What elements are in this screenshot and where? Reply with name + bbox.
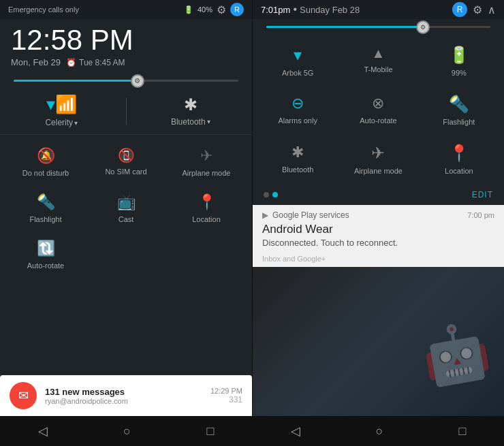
brightness-track-right[interactable]: ⚙ [266,26,490,28]
edit-row: EDIT [253,186,504,205]
android-robot-graphic: 🤖 [418,317,496,392]
brightness-track-left[interactable]: ⚙ [14,80,238,82]
notification-title: 131 new messages [45,387,202,397]
recents-button-right[interactable]: □ [459,424,467,439]
bluetooth-chevron: ▾ [207,118,210,125]
status-icons-left: 🔋 40% ⚙ R [184,3,244,16]
wifi-icon: ▾📶 [46,94,77,115]
brightness-thumb-right[interactable]: ⚙ [416,20,430,34]
expand-icon-right[interactable]: ∧ [488,3,496,16]
back-button-right[interactable]: ◁ [291,424,300,439]
time-display: 12:58 PM [11,26,241,54]
tile-no-sim[interactable]: 📵 No SIM card [87,140,165,184]
bluetooth-label: Bluetooth [171,117,206,127]
battery-icon-right: 🔋 [449,46,469,65]
date-text: Mon, Feb 29 [11,57,61,67]
brightness-fill-left [14,80,138,82]
tile-airplane-right[interactable]: ✈ Airplane mode [340,137,416,182]
quick-toggles-row: ▾📶 Celerity ▾ ✱ Bluetooth ▾ [0,90,252,131]
wifi-icon-right: ▾ [294,46,302,65]
auto-rotate-icon-left: 🔃 [37,240,55,257]
notification-card-title: Android Wear [253,223,504,236]
status-bar-left: Emergency calls only 🔋 40% ⚙ R [0,0,252,19]
tile-flashlight-left[interactable]: 🔦 Flashlight [7,187,84,230]
tile-flashlight-right[interactable]: 🔦 Flashlight [421,88,497,133]
no-sim-label: No SIM card [105,168,146,176]
notification-meta: 12:29 PM 331 [210,387,242,404]
back-button-left[interactable]: ◁ [38,424,48,439]
avatar-right[interactable]: R [452,2,467,17]
avatar-left[interactable]: R [230,3,244,16]
cast-label: Cast [119,215,134,223]
airplane-label-right: Airplane mode [354,167,403,175]
notification-area-left[interactable]: ✉ 131 new messages ryan@androidpolice.co… [0,375,252,416]
status-bar-right: 7:01pm • Sunday Feb 28 R ⚙ ∧ [253,0,504,19]
notification-card-body: Disconnected. Touch to reconnect. [253,236,504,255]
bluetooth-toggle[interactable]: ✱ Bluetooth ▾ [140,95,242,127]
tile-bluetooth-right[interactable]: ✱ Bluetooth [259,137,336,182]
tile-alarms-only[interactable]: ⊖ Alarms only [259,88,336,133]
recents-button-left[interactable]: □ [206,424,214,439]
tile-arbok5g[interactable]: ▾ Arbok 5G [259,39,336,84]
flashlight-icon-left: 🔦 [37,193,55,211]
do-not-disturb-icon: 🔕 [37,147,55,165]
auto-rotate-icon-right: ⊗ [372,95,384,112]
nav-bar-left: ◁ ○ □ [0,416,252,446]
notification-card-header: ▶ Google Play services 7:00 pm [253,205,504,223]
home-button-right[interactable]: ○ [376,424,383,439]
brightness-thumb-left[interactable]: ⚙ [131,74,144,88]
notification-app-icon: ▶ [262,210,268,220]
location-icon-right: 📍 [449,144,469,163]
bluetooth-icon: ✱ [184,95,198,114]
page-dots [264,192,278,197]
gear-icon-left[interactable]: ⚙ [217,3,226,16]
location-label-right: Location [445,167,473,175]
bluetooth-label-row: Bluetooth ▾ [171,117,210,127]
tile-auto-rotate-left[interactable]: 🔃 Auto-rotate [7,233,84,276]
page-dot-1 [264,192,269,197]
location-label-left: Location [192,215,221,223]
tile-location-left[interactable]: 📍 Location [168,187,245,230]
status-icons-right: R ⚙ ∧ [452,2,496,17]
tile-airplane-left[interactable]: ✈ Airplane mode [168,140,245,184]
quick-tiles-grid-left: 🔕 Do not disturb 📵 No SIM card ✈ Airplan… [0,138,252,279]
location-icon-left: 📍 [198,193,216,211]
edit-button[interactable]: EDIT [472,190,493,200]
flashlight-label-right: Flashlight [443,118,475,126]
notification-item[interactable]: ✉ 131 new messages ryan@androidpolice.co… [0,375,252,416]
notification-card-footer: Inbox and Google+ [253,255,504,267]
alarm-icon: ⏰ [66,58,76,67]
notification-subtitle: ryan@androidpolice.com [45,397,202,405]
tile-location-right[interactable]: 📍 Location [421,137,497,182]
gear-icon-right[interactable]: ⚙ [473,3,482,16]
tile-do-not-disturb[interactable]: 🔕 Do not disturb [7,140,84,184]
android-graphic-area: 🤖 [253,267,504,416]
flashlight-icon-right: 🔦 [449,95,469,114]
no-sim-icon: 📵 [118,147,135,163]
auto-rotate-label-right: Auto-rotate [360,116,396,125]
airplane-icon-right: ✈ [371,144,385,163]
emergency-calls-text: Emergency calls only [8,5,79,14]
tile-cast[interactable]: 📺 Cast [87,187,165,230]
time-section: 12:58 PM Mon, Feb 29 ⏰ Tue 8:45 AM [0,19,252,71]
brightness-row-left[interactable]: ⚙ [0,71,252,90]
page-dot-2 [272,192,278,197]
tmobile-label: T-Mobile [364,65,392,74]
notification-card-right[interactable]: ▶ Google Play services 7:00 pm Android W… [253,205,504,416]
battery-icon-left: 🔋 [184,5,193,14]
notification-count: 331 [210,395,242,404]
brightness-row-right[interactable]: ⚙ [253,19,504,35]
wifi-toggle[interactable]: ▾📶 Celerity ▾ [11,94,112,127]
home-button-left[interactable]: ○ [123,424,131,439]
signal-icon-right: ▲ [372,46,385,61]
tile-auto-rotate-right[interactable]: ⊗ Auto-rotate [340,88,416,133]
notification-icon: ✉ [18,388,29,403]
tile-tmobile[interactable]: ▲ T-Mobile [340,39,416,84]
bluetooth-label-right: Bluetooth [282,165,313,174]
nav-bar-right: ◁ ○ □ [253,416,504,446]
notification-time: 12:29 PM [210,387,242,395]
battery-text-left: 40% [198,5,212,14]
tile-battery[interactable]: 🔋 99% [421,39,497,84]
notification-app-name: Google Play services [272,210,349,220]
arbok5g-label: Arbok 5G [282,69,313,77]
